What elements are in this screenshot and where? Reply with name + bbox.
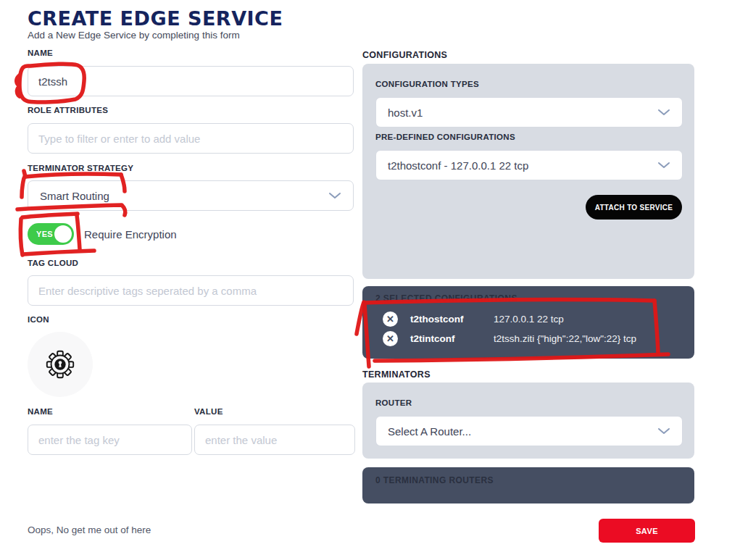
chevron-down-icon: [657, 162, 670, 169]
configuration-detail: 127.0.0.1 22 tcp: [494, 314, 564, 325]
configurations-heading: CONFIGURATIONS: [362, 50, 447, 60]
predefined-configurations-select[interactable]: t2thostconf - 127.0.0.1 22 tcp: [375, 150, 683, 180]
tag-value-label: VALUE: [194, 407, 223, 416]
page-title: CREATE EDGE SERVICE: [28, 7, 283, 30]
terminating-routers-panel: 0 TERMINATING ROUTERS: [362, 467, 694, 503]
selected-configuration-row: ✕ t2thostconf 127.0.0.1 22 tcp: [383, 309, 694, 329]
name-input[interactable]: [28, 66, 354, 96]
x-circle-icon[interactable]: ✕: [383, 312, 398, 327]
require-encryption-toggle[interactable]: YES: [28, 223, 74, 245]
predefined-configurations-value: t2thostconf - 127.0.0.1 22 tcp: [388, 159, 528, 172]
router-label: ROUTER: [375, 398, 412, 407]
configuration-name: t2tintconf: [410, 333, 494, 344]
selected-configuration-row: ✕ t2tintconf t2tssh.ziti {"high":22,"low…: [383, 329, 694, 348]
terminators-heading: TERMINATORS: [362, 369, 431, 380]
configuration-types-value: host.v1: [388, 106, 423, 119]
x-circle-icon[interactable]: ✕: [383, 331, 398, 346]
role-attributes-label: ROLE ATTRIBUTES: [28, 106, 108, 114]
chevron-down-icon: [328, 192, 341, 199]
predefined-configurations-label: PRE-DEFINED CONFIGURATIONS: [375, 133, 515, 141]
tag-value-input[interactable]: [194, 425, 355, 455]
save-button[interactable]: SAVE: [599, 519, 695, 543]
page-subtitle: Add a New Edge Service by completing thi…: [28, 30, 240, 41]
create-edge-service-page: CREATE EDGE SERVICE Add a New Edge Servi…: [0, 0, 740, 560]
tag-name-label: NAME: [28, 407, 53, 416]
router-select[interactable]: Select A Router...: [375, 416, 683, 446]
terminator-strategy-select[interactable]: Smart Routing: [28, 180, 354, 211]
toggle-knob[interactable]: [54, 225, 72, 243]
tag-key-input[interactable]: [28, 425, 192, 455]
configuration-name: t2thostconf: [410, 314, 494, 325]
selected-configurations-panel: 2 SELECTED CONFIGURATIONS ✕ t2thostconf …: [362, 286, 694, 359]
tag-cloud-input[interactable]: [28, 275, 354, 306]
toggle-state-label: YES: [36, 230, 53, 238]
attach-to-service-button[interactable]: ATTACH TO SERVICE: [586, 195, 682, 220]
terminating-routers-header: 0 TERMINATING ROUTERS: [375, 475, 694, 485]
chevron-down-icon: [657, 109, 670, 116]
configuration-types-select[interactable]: host.v1: [375, 97, 683, 128]
name-label: NAME: [28, 49, 53, 57]
terminator-strategy-value: Smart Routing: [40, 190, 109, 202]
escape-link[interactable]: Oops, No get me out of here: [28, 525, 151, 535]
tag-cloud-label: TAG CLOUD: [28, 259, 78, 267]
service-icon-picker[interactable]: [28, 332, 93, 397]
configuration-detail: t2tssh.ziti {"high":22,"low":22} tcp: [494, 333, 636, 344]
router-value: Select A Router...: [388, 425, 471, 438]
require-encryption-label: Require Encryption: [84, 228, 177, 241]
gear-keyhole-icon: [43, 348, 77, 381]
role-attributes-input[interactable]: [28, 123, 354, 154]
configuration-types-label: CONFIGURATION TYPES: [375, 80, 479, 88]
terminator-strategy-label: TERMINATOR STRATEGY: [28, 164, 133, 172]
selected-configurations-header: 2 SELECTED CONFIGURATIONS: [375, 293, 694, 304]
icon-label: ICON: [28, 315, 49, 324]
chevron-down-icon: [657, 427, 670, 435]
